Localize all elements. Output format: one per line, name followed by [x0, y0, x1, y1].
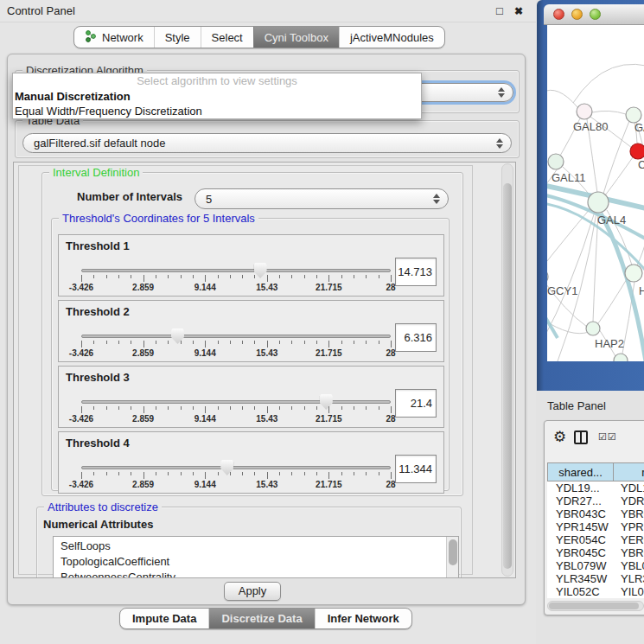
apply-button[interactable]: Apply — [224, 582, 281, 601]
float-window-icon[interactable]: □ — [493, 4, 507, 18]
settings-scroll-thumb[interactable] — [503, 183, 512, 569]
number-of-intervals-combobox[interactable]: 5 — [194, 188, 449, 209]
node-gcy1[interactable] — [547, 269, 548, 284]
threshold-1-tick-labels: -3.4262.8599.14415.4321.71528 — [81, 283, 391, 293]
select-columns-icon[interactable]: ☑☑ — [598, 431, 617, 443]
threshold-3-value-field[interactable]: 21.4 — [395, 389, 437, 418]
tab-discretize-data-label: Discretize Data — [221, 612, 302, 625]
attribute-list-items: SelfLoopsTopologicalCoefficientBetweenne… — [54, 537, 446, 578]
tab-infer-network-label: Infer Network — [328, 612, 399, 625]
threshold-3-panel: Threshold 3 -3.4262.8599.14415.4321.7152… — [58, 366, 444, 428]
node-h[interactable] — [625, 265, 642, 282]
zoom-traffic-light-icon[interactable] — [590, 9, 601, 20]
threshold-2-value-field[interactable]: 6.316 — [395, 323, 437, 352]
attributes-group: Attributes to discretize Numerical Attri… — [36, 507, 462, 578]
tab-cyni-toolbox-label: Cyni Toolbox — [265, 31, 328, 44]
table-hscroll-thumb[interactable] — [549, 603, 639, 609]
close-icon[interactable]: ✖ — [512, 4, 526, 18]
table-row[interactable]: YBL079WYBL0 — [547, 559, 644, 572]
node-gal4[interactable] — [588, 192, 609, 213]
minimize-traffic-light-icon[interactable] — [571, 9, 583, 20]
threshold-4-tick-labels: -3.4262.8599.14415.4321.71528 — [81, 480, 391, 490]
table-row[interactable]: YPR145WYPR1 — [547, 520, 644, 533]
threshold-3-slider-track[interactable] — [81, 400, 391, 404]
tab-style[interactable]: Style — [154, 27, 201, 48]
table-data-selected-value: galFiltered.sif default node — [34, 137, 165, 150]
label-h-cut: H — [639, 284, 644, 297]
table-row[interactable]: YLR345WYLR3 — [547, 572, 644, 585]
table-panel-header: Table Panel — [536, 391, 644, 420]
dropdown-placeholder-item[interactable]: Select algorithm to view settings — [13, 73, 421, 89]
label-gal11: GAL11 — [552, 171, 586, 184]
threshold-2-slider-track[interactable] — [81, 335, 391, 338]
settings-scroll-viewport: Interval Definition Number of Intervals … — [13, 162, 516, 578]
table-row[interactable]: YER054CYER0 — [547, 533, 644, 546]
table-data-group: Table Data galFiltered.sif default node — [15, 120, 520, 158]
number-of-intervals-label: Number of Intervals — [77, 190, 182, 203]
bottom-tabbar: Impute Data Discretize Data Infer Networ… — [119, 608, 412, 629]
tab-jactivemnodules[interactable]: jActiveMNodules — [339, 27, 444, 48]
threshold-3-label: Threshold 3 — [66, 371, 130, 384]
dropdown-option-manual-discretization[interactable]: Manual Discretization — [13, 89, 421, 104]
tab-discretize-data[interactable]: Discretize Data — [208, 609, 314, 628]
attribute-list-scroll-thumb[interactable] — [449, 539, 457, 565]
table-row[interactable]: YDL19...YDL1 — [547, 481, 644, 494]
table-data-combobox[interactable]: galFiltered.sif default node — [22, 133, 512, 153]
label-gal4: GAL4 — [597, 214, 626, 226]
number-of-intervals-value: 5 — [206, 193, 212, 206]
thresholds-group: Threshold's Coordinates for 5 Intervals … — [51, 218, 450, 491]
numerical-attributes-list[interactable]: SelfLoopsTopologicalCoefficientBetweenne… — [53, 536, 459, 578]
threshold-2-panel: Threshold 2 -3.4262.8599.14415.4321.7152… — [58, 300, 444, 362]
tab-infer-network[interactable]: Infer Network — [315, 609, 411, 628]
label-gal80: GAL80 — [573, 120, 608, 133]
close-traffic-light-icon[interactable] — [553, 9, 564, 20]
tab-select[interactable]: Select — [201, 27, 253, 48]
label-ga-cut: GA — [634, 121, 644, 134]
interval-definition-label: Interval Definition — [49, 166, 143, 179]
combo-arrows-icon — [433, 194, 440, 204]
threshold-4-slider-track[interactable] — [81, 466, 391, 469]
tab-network[interactable]: Network — [74, 27, 154, 48]
table-panel-title: Table Panel — [547, 399, 606, 412]
split-columns-icon[interactable] — [574, 430, 588, 444]
dropdown-option-equal-width[interactable]: Equal Width/Frequency Discretization — [13, 104, 421, 118]
table-panel-box: ⚙ ☑☑ shared... na YDL19...YDL1YDR27...YD… — [544, 420, 644, 615]
tab-impute-data[interactable]: Impute Data — [120, 609, 208, 628]
column-header-name[interactable]: na — [614, 462, 644, 481]
column-header-shared-name[interactable]: shared... — [547, 462, 614, 481]
table-row[interactable]: YBR045CYBR0 — [547, 546, 644, 559]
attribute-list-item[interactable]: SelfLoops — [61, 539, 446, 554]
threshold-4-label: Threshold 4 — [66, 437, 130, 450]
tab-cyni-toolbox[interactable]: Cyni Toolbox — [253, 27, 339, 48]
control-panel-titlebar: Control Panel □ ✖ — [0, 0, 536, 22]
attributes-group-label: Attributes to discretize — [44, 501, 162, 513]
node-bottom-partial[interactable] — [614, 354, 628, 361]
attribute-list-item[interactable]: TopologicalCoefficient — [61, 554, 446, 570]
threshold-1-value-field[interactable]: 14.713 — [395, 258, 437, 286]
table-row[interactable]: YBR043CYBR0 — [547, 507, 644, 520]
label-hap2: HAP2 — [595, 337, 624, 350]
table-row[interactable]: YIL052CYIL0 — [547, 585, 644, 598]
threshold-2-tick-labels: -3.4262.8599.14415.4321.71528 — [81, 348, 391, 359]
table-horizontal-scrollbar[interactable] — [547, 601, 644, 611]
attribute-list-item[interactable]: BetweennessCentrality — [61, 570, 446, 578]
table-row[interactable]: YDR27...YDR2 — [547, 494, 644, 507]
settings-vertical-scrollbar[interactable] — [501, 163, 513, 577]
attribute-list-scrollbar[interactable] — [446, 537, 458, 578]
node-red-selected[interactable] — [630, 143, 644, 159]
tab-impute-data-label: Impute Data — [132, 612, 196, 625]
tab-style-label: Style — [165, 31, 190, 44]
node-hap2[interactable] — [586, 322, 600, 335]
top-tabbar: Network Style Select Cyni Toolbox jActiv… — [73, 26, 445, 48]
threshold-3-tick-scale — [81, 406, 391, 414]
gear-icon[interactable]: ⚙ — [553, 429, 566, 446]
network-canvas[interactable]: GAL80 GA C GAL11 GAL4 GCY1 H HAP2 — [547, 25, 644, 361]
threshold-2-tick-scale — [81, 341, 391, 348]
threshold-2-label: Threshold 2 — [66, 305, 130, 318]
label-c-cut: C — [638, 158, 644, 171]
threshold-4-value-field[interactable]: 11.344 — [395, 455, 437, 483]
node-gal11[interactable] — [548, 154, 564, 169]
threshold-1-slider-track[interactable] — [81, 269, 391, 272]
tab-select-label: Select — [212, 31, 243, 44]
node-gal80[interactable] — [577, 104, 592, 119]
